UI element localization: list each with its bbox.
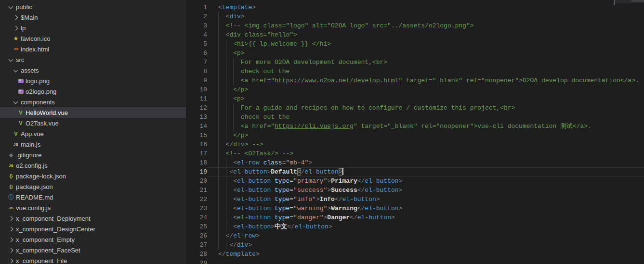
code-line[interactable]: 28</template> bbox=[186, 250, 644, 259]
code-token: el-button bbox=[304, 168, 338, 176]
code-token: = bbox=[289, 214, 293, 221]
code-line[interactable]: 19 <el-button>Default</el-button> bbox=[186, 167, 644, 176]
code-line[interactable]: 8 check out the bbox=[186, 67, 644, 76]
code-token: > bbox=[329, 223, 332, 230]
tree-item-favicon-ico[interactable]: favicon.ico bbox=[0, 33, 186, 44]
tree-item-main[interactable]: $Main bbox=[0, 12, 186, 23]
code-line[interactable]: 4 <div class="hello"> bbox=[186, 30, 644, 39]
code-line[interactable]: 5 <h1>{{ lp.welcome }} </h1> bbox=[186, 39, 644, 49]
line-number: 3 bbox=[186, 21, 207, 30]
indent-guide bbox=[218, 39, 219, 49]
code-editor[interactable]: 1<template>2 <div>3 <!-- <img class="log… bbox=[186, 0, 644, 264]
indent-guide bbox=[218, 213, 219, 222]
tree-item-x-component-deployment[interactable]: x_component_Deployment bbox=[0, 213, 186, 224]
code-line[interactable]: 17 <!-- <O2Task/> --> bbox=[186, 149, 644, 158]
tree-item-o2task-vue[interactable]: O2Task.vue bbox=[0, 118, 186, 128]
scrollbar-thumb[interactable] bbox=[615, 0, 631, 3]
code-line[interactable]: 7 For more O2OA development document,<br… bbox=[186, 58, 644, 67]
indent-guide bbox=[218, 58, 219, 67]
code-content: <el-button>中文</el-button> bbox=[218, 222, 332, 231]
tree-item-o2logo-png[interactable]: o2logo.png bbox=[0, 86, 186, 97]
tree-item-public[interactable]: public bbox=[0, 1, 186, 12]
json-icon bbox=[7, 171, 15, 181]
tree-item-label: package.json bbox=[16, 183, 53, 190]
code-line[interactable]: 23 <el-button type="warning">Warning</el… bbox=[186, 204, 644, 213]
code-line[interactable]: 21 <el-button type="success">Success</el… bbox=[186, 186, 644, 195]
tree-item-x-component-designcenter[interactable]: x_component_DesignCenter bbox=[0, 224, 186, 234]
line-number: 11 bbox=[186, 94, 207, 103]
indent-guide bbox=[218, 195, 219, 204]
tree-item-package-lock-json[interactable]: package-lock.json bbox=[0, 171, 186, 181]
code-token: Success bbox=[331, 187, 357, 194]
indent-guide bbox=[233, 113, 234, 122]
code-line[interactable]: 15 </p> bbox=[186, 131, 644, 140]
tree-item-package-json[interactable]: package.json bbox=[0, 181, 186, 192]
chevron-right-icon bbox=[7, 224, 15, 234]
code-line[interactable]: 29 bbox=[186, 259, 644, 264]
scrollbar-track[interactable] bbox=[631, 0, 644, 2]
code-token: </ bbox=[226, 232, 234, 239]
code-line[interactable]: 1<template> bbox=[186, 3, 644, 12]
code-line[interactable]: 26 </el-row> bbox=[186, 231, 644, 240]
tree-item-gitignore[interactable]: .gitignore bbox=[0, 150, 186, 160]
tree-item-o2-config-js[interactable]: o2.config.js bbox=[0, 160, 186, 171]
tree-item-x-component-file[interactable]: x_component_File bbox=[0, 255, 186, 264]
code-token: > bbox=[308, 159, 312, 166]
code-token: = bbox=[289, 187, 293, 194]
tree-item-label: o2.config.js bbox=[16, 162, 48, 169]
tree-item-assets[interactable]: assets bbox=[0, 65, 186, 75]
code-token: template bbox=[226, 251, 256, 258]
code-line[interactable]: 9 <a href="https://www.o2oa.net/develop.… bbox=[186, 76, 644, 85]
code-line[interactable]: 20 <el-button type="primary">Primary</el… bbox=[186, 176, 644, 186]
tree-item-readme-md[interactable]: README.md bbox=[0, 192, 186, 202]
code-line[interactable]: 12 For a guide and recipes on how to con… bbox=[186, 103, 644, 113]
code-token: > bbox=[399, 177, 403, 185]
indent-guide bbox=[218, 113, 219, 122]
tree-item-components[interactable]: components bbox=[0, 97, 186, 107]
code-line[interactable]: 16 </div> --> bbox=[186, 140, 644, 149]
code-line[interactable]: 24 <el-button type="danger">Danger</el-b… bbox=[186, 213, 644, 222]
code-content: <el-button type="primary">Primary</el-bu… bbox=[218, 176, 402, 186]
indent-guide bbox=[226, 131, 226, 140]
tree-item-logo-png[interactable]: logo.png bbox=[0, 75, 186, 86]
chevron-right-icon bbox=[7, 234, 15, 245]
chevron-right-icon bbox=[7, 213, 15, 224]
code-line[interactable]: 27 </div> bbox=[186, 240, 644, 250]
indent-guide bbox=[226, 67, 226, 76]
line-number: 6 bbox=[186, 49, 207, 58]
code-token: el-row bbox=[233, 232, 256, 239]
tree-item-x-component-empty[interactable]: x_component_Empty bbox=[0, 234, 186, 245]
code-token: </ bbox=[357, 187, 365, 194]
code-content: <a href="https://cli.vuejs.org" target="… bbox=[218, 122, 591, 131]
code-token: < bbox=[218, 4, 222, 11]
code-line[interactable]: 2 <div> bbox=[186, 12, 644, 21]
code-line[interactable]: 22 <el-button type="info">Info</el-butto… bbox=[186, 195, 644, 204]
code-content: </p> bbox=[218, 131, 248, 140]
code-content: <h1>{{ lp.welcome }} </h1> bbox=[218, 39, 331, 49]
line-number: 5 bbox=[186, 39, 207, 49]
code-line[interactable]: 10 </p> bbox=[186, 85, 644, 94]
tree-item-label: App.vue bbox=[21, 130, 44, 138]
tree-item-src[interactable]: src bbox=[0, 54, 186, 65]
code-line[interactable]: 3 <!-- <img class="logo" alt="O2OA logo"… bbox=[186, 21, 644, 30]
tree-item-x-component-faceset[interactable]: x_component_FaceSet bbox=[0, 245, 186, 255]
code-content: <el-button type="success">Success</el-bu… bbox=[218, 186, 402, 195]
indent-guide bbox=[226, 94, 226, 103]
code-line[interactable]: 13 check out the bbox=[186, 113, 644, 122]
code-line[interactable]: 11 <p> bbox=[186, 94, 644, 103]
tree-item-helloworld-vue[interactable]: HelloWorld.vue bbox=[0, 107, 186, 118]
code-line[interactable]: 6 <p> bbox=[186, 49, 644, 58]
code-token: <h1>{{ lp.welcome }} </h1> bbox=[233, 40, 331, 48]
code-line[interactable]: 18 <el-row class="mb-4"> bbox=[186, 158, 644, 167]
tree-item-lp[interactable]: lp bbox=[0, 23, 186, 33]
code-token: Default bbox=[271, 168, 297, 176]
code-content: For more O2OA development document,<br> bbox=[218, 58, 387, 67]
tree-item-app-vue[interactable]: App.vue bbox=[0, 128, 186, 139]
code-line[interactable]: 14 <a href="https://cli.vuejs.org" targe… bbox=[186, 122, 644, 131]
code-token bbox=[218, 232, 226, 239]
tree-item-vue-config-js[interactable]: vue.config.js bbox=[0, 202, 186, 213]
code-line[interactable]: 25 <el-button>中文</el-button> bbox=[186, 222, 644, 231]
code-token: type bbox=[275, 177, 289, 185]
tree-item-index-html[interactable]: index.html bbox=[0, 44, 186, 54]
tree-item-main-js[interactable]: main.js bbox=[0, 139, 186, 150]
